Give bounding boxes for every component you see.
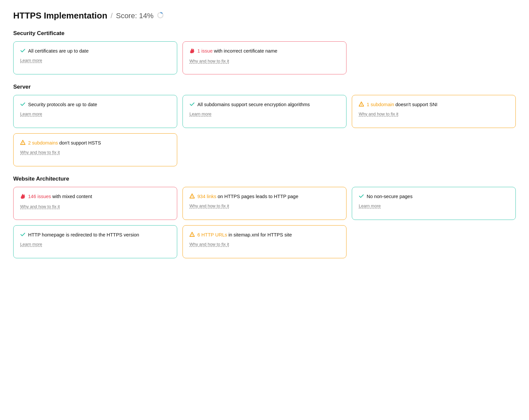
card-link-all-subdomains-encryption[interactable]: Learn more <box>189 111 340 116</box>
card-text-no-nonsecure-pages: No non-secure pages <box>367 193 413 200</box>
card-text-incorrect-cert-name: 1 issue with incorrect certificate name <box>197 48 277 55</box>
check-icon <box>20 102 25 108</box>
card-incorrect-cert-name: 1 issue with incorrect certificate nameW… <box>183 41 346 74</box>
card-link-links-to-http[interactable]: Why and how to fix it <box>189 203 340 208</box>
card-text-subdomains-no-hsts: 2 subdomains don't support HSTS <box>28 140 101 147</box>
card-links-to-http: !934 links on HTTPS pages leads to HTTP … <box>183 187 346 220</box>
section-title-website-architecture: Website Architecture <box>13 176 516 182</box>
card-no-nonsecure-pages: No non-secure pagesLearn more <box>352 187 516 220</box>
card-prefix-link-subdomains-no-hsts[interactable]: 2 subdomains <box>28 140 58 146</box>
card-header-http-urls-sitemap: !6 HTTP URLs in sitemap.xml for HTTPS si… <box>189 231 340 238</box>
page-title: HTTPS Implementation <box>13 11 107 21</box>
card-http-urls-sitemap: !6 HTTP URLs in sitemap.xml for HTTPS si… <box>183 225 346 258</box>
score-donut-icon <box>157 12 164 20</box>
card-header-incorrect-cert-name: 1 issue with incorrect certificate name <box>189 48 340 55</box>
card-header-subdomains-no-hsts: !2 subdomains don't support HSTS <box>20 140 170 147</box>
card-header-subdomain-no-sni: !1 subdomain doesn't support SNI <box>359 101 509 108</box>
card-text-security-protocols-up-to-date: Security protocols are up to date <box>28 101 97 108</box>
warning-icon: ! <box>189 232 195 238</box>
score-text: Score: 14% <box>116 12 154 20</box>
card-link-subdomain-no-sni[interactable]: Why and how to fix it <box>359 111 509 116</box>
sections-container: Security CertificateAll certificates are… <box>13 30 516 258</box>
card-link-mixed-content-issues[interactable]: Why and how to fix it <box>20 204 170 209</box>
card-link-security-protocols-up-to-date[interactable]: Learn more <box>20 111 170 116</box>
cards-grid-server: Security protocols are up to dateLearn m… <box>13 95 516 166</box>
fire-icon <box>20 193 25 201</box>
cards-grid-website-architecture: 146 issues with mixed contentWhy and how… <box>13 187 516 258</box>
svg-text:!: ! <box>192 233 193 236</box>
warning-icon: ! <box>359 102 364 108</box>
card-text-all-subdomains-encryption: All subdomains support secure encryption… <box>197 101 310 108</box>
warning-icon: ! <box>189 193 195 200</box>
card-prefix-link-subdomain-no-sni[interactable]: 1 subdomain <box>367 102 394 107</box>
card-link-no-nonsecure-pages[interactable]: Learn more <box>359 203 509 208</box>
section-title-security-certificate: Security Certificate <box>13 30 516 37</box>
card-link-incorrect-cert-name[interactable]: Why and how to fix it <box>189 59 340 63</box>
check-icon <box>189 102 195 108</box>
card-header-all-subdomains-encryption: All subdomains support secure encryption… <box>189 101 340 108</box>
fire-icon <box>189 48 195 55</box>
card-prefix-link-mixed-content-issues[interactable]: 146 issues <box>28 194 51 199</box>
card-text-mixed-content-issues: 146 issues with mixed content <box>28 193 92 200</box>
svg-text:!: ! <box>361 103 362 106</box>
card-text-subdomain-no-sni: 1 subdomain doesn't support SNI <box>367 101 437 108</box>
card-header-security-protocols-up-to-date: Security protocols are up to date <box>20 101 170 108</box>
card-header-mixed-content-issues: 146 issues with mixed content <box>20 193 170 201</box>
card-header-no-nonsecure-pages: No non-secure pages <box>359 193 509 200</box>
cards-grid-security-certificate: All certificates are up to dateLearn mor… <box>13 41 516 74</box>
warning-icon: ! <box>20 140 25 146</box>
card-subdomains-no-hsts: !2 subdomains don't support HSTSWhy and … <box>13 133 177 166</box>
card-header-http-redirect: HTTP homepage is redirected to the HTTPS… <box>20 231 170 238</box>
check-icon <box>20 48 25 55</box>
card-text-http-urls-sitemap: 6 HTTP URLs in sitemap.xml for HTTPS sit… <box>197 231 292 238</box>
score-divider: / <box>111 12 113 20</box>
page-header: HTTPS Implementation / Score: 14% <box>13 11 516 21</box>
card-all-subdomains-encryption: All subdomains support secure encryption… <box>183 95 346 128</box>
svg-text:!: ! <box>22 141 23 145</box>
card-link-subdomains-no-hsts[interactable]: Why and how to fix it <box>20 150 170 155</box>
svg-text:!: ! <box>192 195 193 198</box>
card-http-redirect: HTTP homepage is redirected to the HTTPS… <box>13 225 177 258</box>
check-icon <box>359 193 364 200</box>
card-text-http-redirect: HTTP homepage is redirected to the HTTPS… <box>28 231 139 238</box>
check-icon <box>20 232 25 238</box>
section-title-server: Server <box>13 84 516 90</box>
card-prefix-link-incorrect-cert-name[interactable]: 1 issue <box>197 48 213 54</box>
card-all-certs-up-to-date: All certificates are up to dateLearn mor… <box>13 41 177 74</box>
card-header-links-to-http: !934 links on HTTPS pages leads to HTTP … <box>189 193 340 200</box>
card-link-http-urls-sitemap[interactable]: Why and how to fix it <box>189 242 340 247</box>
card-header-all-certs-up-to-date: All certificates are up to date <box>20 48 170 55</box>
card-security-protocols-up-to-date: Security protocols are up to dateLearn m… <box>13 95 177 128</box>
card-prefix-link-http-urls-sitemap[interactable]: 6 HTTP URLs <box>197 232 227 237</box>
card-text-all-certs-up-to-date: All certificates are up to date <box>28 48 89 55</box>
card-text-links-to-http: 934 links on HTTPS pages leads to HTTP p… <box>197 193 298 200</box>
card-link-http-redirect[interactable]: Learn more <box>20 242 170 247</box>
card-prefix-link-links-to-http[interactable]: 934 links <box>197 194 216 199</box>
card-link-all-certs-up-to-date[interactable]: Learn more <box>20 58 170 63</box>
card-subdomain-no-sni: !1 subdomain doesn't support SNIWhy and … <box>352 95 516 128</box>
card-mixed-content-issues: 146 issues with mixed contentWhy and how… <box>13 187 177 220</box>
